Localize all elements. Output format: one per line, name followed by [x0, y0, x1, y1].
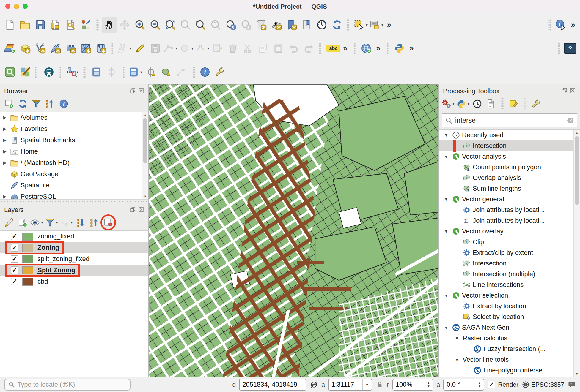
expand-caret-icon[interactable]: ▶	[1, 149, 8, 154]
collapse-caret-icon[interactable]: ▼	[442, 293, 450, 298]
scroll-up-icon[interactable]: ▲	[142, 112, 148, 118]
plugin-settings-button[interactable]	[213, 64, 228, 80]
collapse-caret-icon[interactable]: ▼	[442, 197, 450, 202]
processing-item-raster-calculus[interactable]: ▼Raster calculus	[439, 333, 580, 344]
current-edits-button[interactable]: ▼	[117, 40, 133, 56]
spinner-arrows-icon[interactable]: ▲▼	[478, 381, 481, 388]
style-manager-button[interactable]	[78, 17, 93, 33]
collapse-caret-icon[interactable]: ▼	[442, 229, 450, 234]
layer-visibility-checkbox[interactable]: ✓	[11, 233, 18, 240]
scrollbar-thumb[interactable]	[575, 136, 579, 205]
shape-digitizing-button[interactable]: ▼	[179, 40, 194, 56]
collapse-caret-icon[interactable]: ▼	[453, 357, 461, 362]
new-spatialite-layer-button[interactable]	[48, 40, 63, 56]
zoom-to-layer-button[interactable]	[193, 17, 208, 33]
web-toolbar-overflow-button[interactable]: »	[374, 44, 383, 53]
attributes-toolbar-overflow-button[interactable]: »	[385, 20, 394, 29]
cut-features-button[interactable]	[241, 40, 256, 56]
layer-item-cbd[interactable]: ✓cbd	[0, 276, 148, 287]
open-project-button[interactable]	[18, 17, 32, 33]
minimize-window-button[interactable]	[14, 4, 19, 9]
clear-search-icon[interactable]	[566, 117, 574, 124]
processing-item-vector-overlay[interactable]: ▼Vector overlay	[439, 226, 580, 237]
toolbar-overflow-button[interactable]: »	[569, 20, 578, 29]
scroll-down-icon[interactable]: ▼	[574, 371, 580, 377]
plugin-panel-tool-button[interactable]	[89, 64, 104, 80]
collapse-all-button[interactable]	[88, 216, 101, 229]
chevron-down-icon[interactable]: ▼	[362, 379, 369, 390]
processing-item-intersection[interactable]: Intersection	[439, 258, 580, 269]
labels-toolbar-overflow-button[interactable]: »	[341, 44, 350, 53]
coordinate-box[interactable]	[239, 379, 306, 391]
manage-map-themes-button[interactable]: ▼	[30, 216, 44, 229]
pan-map-button[interactable]	[102, 17, 117, 33]
processing-item-line-intersections[interactable]: Line intersections	[439, 279, 580, 290]
browser-item-macintosh-hd[interactable]: ▶/ (Macintosh HD)	[0, 157, 148, 168]
processing-search-input[interactable]	[455, 116, 564, 124]
crosshair-tool-button[interactable]	[104, 64, 119, 80]
crs-indicator[interactable]: EPSG:3857	[522, 381, 564, 388]
map-canvas[interactable]	[149, 84, 438, 377]
scroll-down-icon[interactable]: ▼	[142, 193, 148, 199]
crosshair-bookmark-tool-button[interactable]	[144, 64, 158, 80]
processing-search-box[interactable]	[442, 113, 577, 127]
temporal-controller-button[interactable]	[314, 17, 329, 33]
zoom-out-button[interactable]	[147, 17, 162, 33]
expand-caret-icon[interactable]: ▶	[1, 194, 8, 199]
locate-input[interactable]	[17, 381, 127, 388]
show-spatial-bookmarks-button[interactable]	[299, 17, 314, 33]
zoom-window-button[interactable]	[23, 4, 28, 9]
polygon-plugin-tool-button[interactable]	[159, 64, 174, 80]
collapse-caret-icon[interactable]: ▼	[442, 325, 450, 330]
browser-filter-button[interactable]	[30, 97, 43, 110]
processing-results-viewer-button[interactable]	[485, 97, 498, 110]
browser-add-selected-layers-button[interactable]	[2, 97, 15, 110]
toggle-editing-button[interactable]	[133, 40, 148, 56]
new-print-layout-button[interactable]	[48, 17, 63, 33]
layers-float-button[interactable]	[130, 206, 136, 214]
layer-visibility-checkbox[interactable]: ✓	[11, 278, 18, 285]
zoom-in-button[interactable]	[132, 17, 147, 33]
expand-caret-icon[interactable]: ▶	[1, 137, 8, 143]
browser-item-geopackage[interactable]: GeoPackage	[0, 168, 148, 180]
refresh-map-button[interactable]	[329, 17, 344, 33]
new-gpx-layer-button[interactable]	[78, 40, 93, 56]
path-tool-button[interactable]	[174, 64, 189, 80]
zoom-last-button[interactable]	[223, 17, 238, 33]
layer-item-split-zoning[interactable]: ✓Split Zoning	[0, 265, 148, 276]
layers-close-button[interactable]	[138, 206, 144, 214]
lock-scale-icon[interactable]	[375, 380, 384, 389]
processing-float-button[interactable]	[561, 88, 568, 95]
processing-close-button[interactable]	[570, 88, 576, 95]
processing-options-button[interactable]	[530, 97, 543, 110]
new-3d-map-view-button[interactable]	[269, 17, 284, 33]
messages-button[interactable]	[568, 380, 576, 389]
processing-item-intersection-multiple[interactable]: Intersection (multiple)	[439, 269, 580, 279]
zoom-to-selection-button[interactable]	[178, 17, 193, 33]
processing-scripts-button[interactable]: ▼	[456, 97, 470, 110]
processing-item-line-polygon-interse[interactable]: Line-polygon interse...	[439, 365, 580, 376]
new-map-view-button[interactable]	[254, 17, 268, 33]
select-features-button[interactable]: ▼	[353, 17, 369, 33]
plugin-view-tool-button[interactable]: ▼	[128, 64, 143, 80]
vertex-tool-button[interactable]: ▼	[195, 40, 210, 56]
browser-item-spatial-bookmarks[interactable]: ▶Spatial Bookmarks	[0, 135, 148, 146]
filter-by-expression-button[interactable]: ▼	[59, 216, 74, 229]
processing-item-join-attributes-by-locati[interactable]: Join attributes by locati...	[439, 205, 580, 215]
processing-item-extract-clip-by-extent[interactable]: Extract/clip by extent	[439, 247, 580, 258]
zoom-next-button[interactable]	[238, 17, 253, 33]
new-geopackage-layer-button[interactable]	[18, 40, 32, 56]
layer-item-split-zoning-fixed[interactable]: ✓split_zoning_fixed	[0, 253, 148, 265]
zoom-native-resolution-button[interactable]: 1:1	[208, 17, 223, 33]
processing-item-saga-next-gen[interactable]: ▼SAGA Next Gen	[439, 322, 580, 333]
processing-item-join-attributes-by-locati[interactable]: Join attributes by locati...	[439, 215, 580, 226]
browser-item-spatialite[interactable]: SpatiaLite	[0, 180, 148, 191]
digitize-with-segment-button[interactable]: ▼	[163, 40, 179, 56]
data-source-manager-button[interactable]	[2, 40, 17, 56]
browser-item-favorites[interactable]: ▶Favorites	[0, 123, 148, 135]
locate-search-box[interactable]	[4, 379, 131, 391]
processing-item-vector-analysis[interactable]: ▼Vector analysis	[439, 151, 580, 162]
processing-models-button[interactable]: ▼	[441, 97, 455, 110]
extent-tracking-icon[interactable]	[310, 380, 318, 389]
modify-attributes-button[interactable]	[210, 40, 225, 56]
